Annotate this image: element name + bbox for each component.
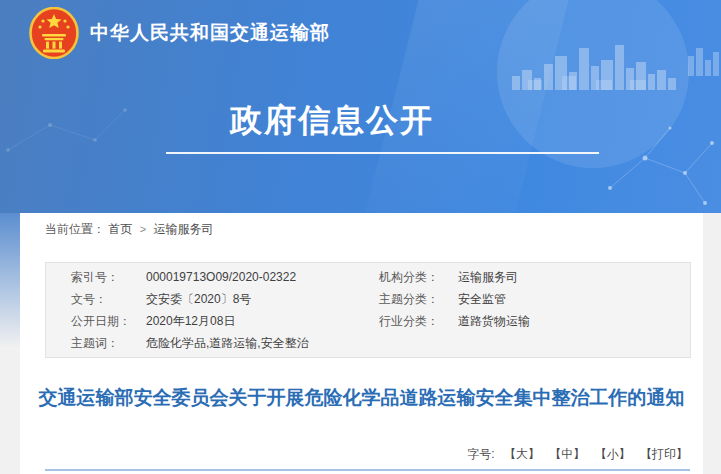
document-title: 交通运输部安全委员会关于开展危险化学品道路运输安全集中整治工作的通知 <box>37 384 687 412</box>
font-size-large-button[interactable]: 【大】 <box>504 447 540 461</box>
meta-row-4: 主题词： 危险化学品,道路运输,安全整治 <box>46 332 690 354</box>
hero-underline <box>166 152 599 154</box>
meta-row-3: 公开日期： 2020年12月08日 行业分类： 道路货物运输 <box>46 310 690 332</box>
meta-label-topic: 主题分类： <box>379 288 458 310</box>
left-edge-fade <box>0 213 20 348</box>
meta-label-index: 索引号： <box>71 266 146 288</box>
meta-value-industry: 道路货物运输 <box>458 310 690 332</box>
breadcrumb-section-link[interactable]: 运输服务司 <box>153 222 213 236</box>
site-name: 中华人民共和国交通运输部 <box>90 20 330 46</box>
font-size-toolbar: 字号: 【大】 【中】 【小】 【打印】 <box>467 446 688 463</box>
header-banner: 中华人民共和国交通运输部 政府信息公开 <box>0 0 721 213</box>
breadcrumb-label: 当前位置： <box>45 222 105 236</box>
meta-label-org: 机构分类： <box>379 266 458 288</box>
national-emblem-icon <box>29 7 79 59</box>
font-size-small-button[interactable]: 【小】 <box>595 447 631 461</box>
content-card: 当前位置： 首页 > 运输服务司 索引号： 000019713O09/2020-… <box>20 213 703 474</box>
network-dots-decoration <box>600 118 721 213</box>
meta-label-industry: 行业分类： <box>379 310 458 332</box>
meta-label-date: 公开日期： <box>71 310 146 332</box>
meta-value-keywords: 危险化学品,道路运输,安全整治 <box>146 332 379 354</box>
meta-row-1: 索引号： 000019713O09/2020-02322 机构分类： 运输服务司 <box>46 266 690 288</box>
network-dots-decoration-left <box>0 95 130 165</box>
city-skyline-icon <box>500 36 690 90</box>
meta-value-topic: 安全监管 <box>458 288 690 310</box>
meta-label-keywords: 主题词： <box>71 332 146 354</box>
meta-label-docnum: 文号： <box>71 288 146 310</box>
font-size-medium-button[interactable]: 【中】 <box>549 447 585 461</box>
meta-value-empty <box>458 332 690 354</box>
meta-value-index: 000019713O09/2020-02322 <box>146 266 379 288</box>
breadcrumb-separator: > <box>140 223 146 235</box>
font-size-label: 字号: <box>467 447 494 461</box>
hero-title: 政府信息公开 <box>230 99 434 143</box>
bottom-divider <box>45 469 690 471</box>
city-skyline-small-icon <box>686 42 721 76</box>
document-meta-table: 索引号： 000019713O09/2020-02322 机构分类： 运输服务司… <box>45 262 691 358</box>
site-brand-link[interactable]: 中华人民共和国交通运输部 <box>29 7 330 59</box>
meta-row-2: 文号： 交安委〔2020〕8号 主题分类： 安全监管 <box>46 288 690 310</box>
page: 中华人民共和国交通运输部 政府信息公开 当前位置： 首页 > 运输服务司 索引号… <box>0 0 721 474</box>
meta-label-empty <box>379 332 458 354</box>
meta-value-date: 2020年12月08日 <box>146 310 379 332</box>
meta-value-org: 运输服务司 <box>458 266 690 288</box>
print-button[interactable]: 【打印】 <box>640 447 688 461</box>
breadcrumb-home-link[interactable]: 首页 <box>108 222 132 236</box>
breadcrumb: 当前位置： 首页 > 运输服务司 <box>20 213 703 236</box>
meta-value-docnum: 交安委〔2020〕8号 <box>146 288 379 310</box>
